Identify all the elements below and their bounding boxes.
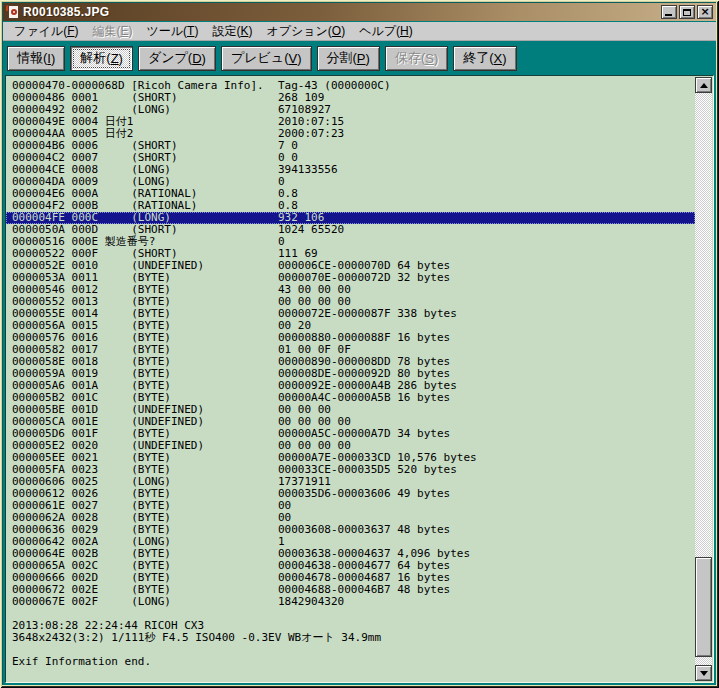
menu-bar: ファイル(F)編集(E)ツール(T)設定(K)オプション(O)ヘルプ(H) [3, 22, 716, 41]
toolbar: 情報(I)解析(Z)ダンプ(D)プレビュ(V)分割(P)保存(S)終了(X) [3, 42, 716, 74]
app-window: R0010385.JPG × ファイル(F)編集(E)ツール(T)設定(K)オプ… [0, 0, 719, 688]
exif-row-left: 3648x2432(3:2) 1/111秒 F4.5 ISO400 -0.3EV… [12, 631, 381, 644]
window-controls: × [661, 5, 713, 19]
arrow-down-icon [700, 671, 708, 676]
toolbar-button-dump[interactable]: ダンプ(D) [138, 46, 216, 71]
toolbar-button-save: 保存(S) [385, 46, 448, 71]
menu-item-settings[interactable]: 設定(K) [205, 22, 259, 41]
maximize-icon [683, 9, 691, 16]
close-icon: × [700, 7, 709, 17]
exif-row[interactable]: 3648x2432(3:2) 1/111秒 F4.5 ISO400 -0.3EV… [6, 632, 695, 644]
exif-row-value: 1842904320 [278, 596, 344, 608]
scroll-up-button[interactable] [695, 77, 712, 93]
menu-item-tools[interactable]: ツール(T) [139, 22, 205, 41]
toolbar-button-preview[interactable]: プレビュ(V) [221, 46, 312, 71]
exif-row[interactable]: 0000067E 002F (LONG)1842904320 [6, 596, 695, 608]
menu-item-file[interactable]: ファイル(F) [7, 22, 85, 41]
toolbar-button-split[interactable]: 分割(P) [317, 46, 380, 71]
exif-row[interactable]: Exif Information end. [6, 656, 695, 668]
scrollbar-track[interactable] [695, 93, 712, 665]
exif-row-value: 00003608-00003637 48 bytes [278, 524, 450, 536]
menu-item-edit: 編集(E) [85, 22, 139, 41]
menu-item-help[interactable]: ヘルプ(H) [352, 22, 420, 41]
exif-row-value: 394133556 [278, 164, 338, 176]
exif-row-value: 1024 65520 [278, 224, 344, 236]
exif-row-left: 0000067E 002F (LONG) [12, 595, 171, 608]
toolbar-button-info[interactable]: 情報(I) [7, 46, 65, 71]
exif-row-value: 000035D6-00003606 49 bytes [278, 488, 450, 500]
exif-row-left: Exif Information end. [12, 655, 151, 668]
app-icon [6, 5, 20, 19]
menu-item-options[interactable]: オプション(O) [259, 22, 352, 41]
toolbar-button-exit[interactable]: 終了(X) [453, 46, 516, 71]
toolbar-button-analyze[interactable]: 解析(Z) [70, 46, 133, 71]
scroll-down-button[interactable] [695, 665, 712, 681]
maximize-button[interactable] [679, 5, 695, 19]
app-icon-lens [11, 9, 17, 15]
scrollbar-thumb[interactable] [695, 557, 712, 657]
vertical-scrollbar[interactable] [695, 77, 712, 681]
exif-output-panel: 00000470-0000068D [Ricoh Camera Info].Ta… [5, 75, 714, 683]
minimize-icon [665, 14, 672, 16]
arrow-up-icon [700, 83, 708, 88]
window-title: R0010385.JPG [23, 5, 661, 19]
close-button[interactable]: × [697, 5, 713, 19]
minimize-button[interactable] [661, 5, 677, 19]
title-bar[interactable]: R0010385.JPG × [3, 3, 716, 21]
exif-rows: 00000470-0000068D [Ricoh Camera Info].Ta… [6, 76, 695, 682]
